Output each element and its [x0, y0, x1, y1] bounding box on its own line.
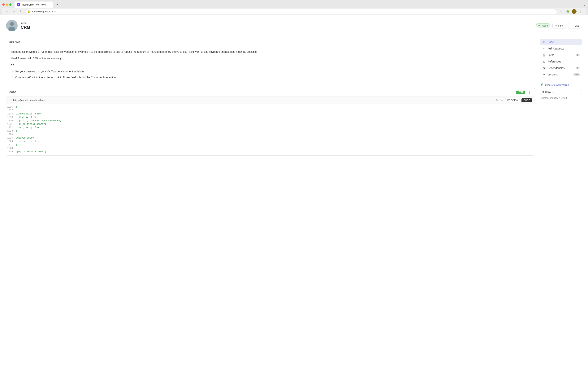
list-item-text: Set your password in your Val.Town envir… — [15, 69, 85, 74]
bookmark-icon[interactable]: ☆ — [559, 9, 564, 14]
line-content: cursor: pointer; — [16, 140, 41, 143]
sidebar-code-label: Code — [548, 40, 580, 44]
like-label: Like — [575, 24, 579, 27]
user-info: juecd CRM — [21, 22, 536, 30]
at-icon: ◎ — [542, 60, 546, 63]
line-number: 1028 — [6, 147, 16, 150]
run-link[interactable]: 🔗 juecd-crm.web.val.run — [540, 82, 582, 87]
menu-icon[interactable]: ⋮ — [578, 9, 583, 14]
code-url-actions: ⧉ ↗ PREVIEW CODE — [495, 98, 532, 102]
line-content: margin-top: 5px; — [16, 126, 41, 130]
forks-count-badge: 2 — [576, 54, 580, 56]
back-button[interactable]: ← — [5, 9, 10, 14]
browser-chrome: V juecd/CRM | Val Town ✕ + ⌄ ← → ↻ 🔒 val… — [0, 0, 588, 15]
external-link-icon[interactable]: ↗ — [500, 98, 504, 102]
line-number: 1026 — [6, 140, 16, 143]
avatar[interactable] — [572, 9, 577, 14]
sidebar-dependencies-label: Dependencies — [548, 67, 574, 70]
link-icon: 🔗 — [540, 83, 543, 86]
tab-close-button[interactable]: ✕ — [48, 3, 50, 6]
sidebar-forks-label: Forks — [548, 54, 574, 57]
minimize-traffic-light[interactable] — [6, 3, 8, 6]
readme-divider: == — [11, 63, 530, 67]
code-card: CODE HTTP ⋮ ↻ https://juecd-crm.web.val.… — [6, 88, 535, 155]
run-link-text: juecd-crm.web.val.run — [545, 83, 569, 86]
code-line: 1027 } — [6, 143, 535, 147]
line-content: } — [16, 143, 17, 147]
sidebar-versions-label: Versions — [548, 73, 572, 76]
fork-label: Fork — [558, 24, 563, 27]
readme-card: README I needed a lightweight CRM to tra… — [6, 39, 535, 85]
line-number: 1019 — [6, 116, 16, 119]
heart-icon: ♡ — [571, 24, 573, 27]
code-card-header: CODE HTTP ⋮ — [6, 88, 535, 97]
new-tab-button[interactable]: + — [55, 2, 60, 7]
line-content — [16, 109, 17, 113]
tab-title: juecd/CRM | Val Town — [22, 3, 46, 6]
line-number: 1018 — [6, 113, 16, 116]
code-line: 1025 .delete-button { — [6, 137, 535, 140]
sidebar-item-dependencies[interactable]: ⊛ Dependencies 1 — [540, 65, 582, 71]
sidebar-nav: </> Code ⑂ Pull Requests 🍴 Forks 2 ◎ Ref… — [540, 39, 582, 78]
line-number: 1023 — [6, 130, 16, 133]
page-content: juecd CRM Public ⑂ Fork ♡ Like README — [0, 15, 588, 377]
line-content: .interaction-footer { — [16, 113, 45, 116]
copy-button[interactable]: ⧉ Copy ⌄ — [540, 89, 582, 95]
code-line: 1028 — [6, 147, 535, 150]
line-content: .delete-button { — [16, 137, 38, 140]
extensions-icon[interactable]: 🧩 — [565, 9, 570, 14]
code-header-actions: HTTP ⋮ — [516, 90, 532, 94]
code-menu-button[interactable]: ⋮ — [527, 90, 532, 94]
main-layout: README I needed a lightweight CRM to tra… — [6, 39, 582, 159]
like-button[interactable]: ♡ Like — [568, 23, 582, 28]
main-content: README I needed a lightweight CRM to tra… — [6, 39, 535, 159]
visibility-dot — [539, 25, 540, 26]
readme-paragraph2: I had Townie build 70% of this successfu… — [11, 56, 530, 60]
line-content: } — [16, 106, 17, 109]
address-text: val.town/v/juecd/CRM — [32, 10, 56, 13]
address-field[interactable]: 🔒 val.town/v/juecd/CRM — [25, 9, 557, 14]
repo-name: CRM — [21, 25, 536, 30]
copy-row: ⧉ Copy ⌄ — [540, 89, 582, 95]
dependency-icon: ⊛ — [542, 67, 546, 70]
copy-url-icon[interactable]: ⧉ — [495, 98, 498, 102]
forward-button[interactable]: → — [12, 9, 17, 14]
code-line: 1016 } — [6, 106, 535, 109]
line-content: align-items: center; — [16, 123, 46, 126]
versions-icon: ↩ — [542, 73, 546, 76]
lock-icon: 🔒 — [27, 10, 30, 13]
code-line: 1022 margin-top: 5px; — [6, 126, 535, 130]
sidebar-item-references[interactable]: ◎ References — [540, 59, 582, 65]
sidebar-item-pull-requests[interactable]: ⑂ Pull Requests — [540, 46, 582, 52]
maximize-traffic-light[interactable] — [9, 3, 12, 6]
sidebar-references-label: References — [548, 60, 580, 63]
readme-body: I needed a lightweight CRM to track user… — [6, 46, 535, 85]
http-badge: HTTP — [516, 91, 525, 94]
copy-icon: ⧉ — [542, 90, 544, 94]
list-item: Command+K within the Notes or Link to No… — [12, 75, 530, 80]
line-content — [16, 147, 17, 150]
svg-point-1 — [10, 22, 14, 26]
user-header: juecd CRM Public ⑂ Fork ♡ Like — [6, 20, 582, 34]
code-url-left: ↻ https://juecd-crm.web.val.run — [9, 99, 45, 102]
browser-tab[interactable]: V juecd/CRM | Val Town ✕ — [14, 1, 53, 8]
line-content — [16, 133, 17, 137]
url-refresh-icon[interactable]: ↻ — [9, 99, 12, 102]
visibility-label: Public — [541, 24, 548, 27]
close-traffic-light[interactable] — [2, 3, 5, 6]
code-view-button[interactable]: CODE — [521, 98, 532, 102]
preview-button[interactable]: PREVIEW — [505, 98, 520, 102]
line-number: 1020 — [6, 119, 16, 123]
sidebar-item-forks[interactable]: 🍴 Forks 2 — [540, 52, 582, 58]
fork-button[interactable]: ⑂ Fork — [552, 23, 566, 28]
refresh-button[interactable]: ↻ — [18, 9, 24, 14]
sidebar-item-versions[interactable]: ↩ Versions v98 — [540, 71, 582, 78]
sidebar-pr-label: Pull Requests — [548, 47, 580, 50]
tab-expand-icon[interactable]: ⌄ — [583, 2, 586, 7]
sidebar-item-code[interactable]: </> Code — [540, 39, 582, 45]
code-line: 1020 justify-content: space-between; — [6, 119, 535, 123]
code-line: 1023 } — [6, 130, 535, 133]
line-content: display: flex; — [16, 116, 38, 119]
header-actions: Public ⑂ Fork ♡ Like — [536, 23, 582, 28]
line-number: 1029 — [6, 150, 16, 154]
